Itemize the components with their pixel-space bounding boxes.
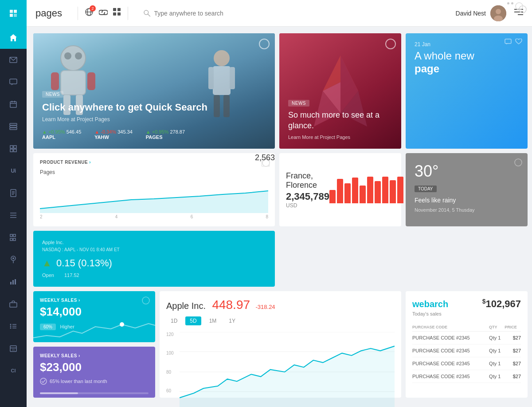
stock-green-exchange: NASDAQ : AAPL - NOV 01 8:40 AM ET [42, 247, 266, 252]
news-card-title: So much more to see at a glance. [288, 110, 392, 131]
sidebar-item-briefcase[interactable] [0, 293, 27, 315]
sidebar-item-grid[interactable] [0, 226, 27, 249]
news-card-link[interactable]: Learn More at Project Pages [288, 134, 392, 140]
purchase-row-3: PURCHASE CODE #2345 Qty 1 $27 [412, 357, 521, 370]
sidebar-item-mail[interactable] [0, 49, 27, 71]
bar-5 [360, 186, 366, 203]
stock-aapl-symbol: AAPL [42, 134, 55, 140]
svg-rect-28 [13, 238, 16, 241]
sidebar-item-calendar[interactable] [0, 93, 27, 115]
svg-rect-33 [15, 279, 16, 285]
stock-change-value: 0.15 (0.13%) [56, 257, 112, 269]
sidebar-item-cl[interactable]: Cl [0, 360, 27, 382]
svg-rect-25 [10, 234, 12, 237]
svg-rect-13 [10, 128, 17, 130]
purchase-table: PURCHASE CODE QTY PRICE PURCHASE CODE #2… [412, 323, 521, 383]
main-area: pages 2 David Nest [27, 0, 532, 407]
stock-pages: ▲ +0.95% 278.87 PAGES [146, 129, 185, 140]
sidebar-item-home[interactable] [0, 27, 27, 49]
france-info: France, Florence 2,345,789 USD [286, 171, 329, 209]
svg-rect-63 [51, 72, 59, 90]
header-divider-2 [128, 7, 128, 20]
hero-select-circle[interactable] [259, 39, 270, 49]
tab-1d[interactable]: 1D [166, 316, 182, 325]
weekly-purple-amount: $23,000 [40, 360, 149, 374]
search-icon [144, 10, 150, 17]
stock-yahw-symbol: YAHW [94, 134, 109, 140]
sidebar-item-docs[interactable] [0, 182, 27, 204]
purchase-code-1: PURCHASE CODE #2345 [412, 332, 489, 344]
svg-rect-34 [10, 303, 17, 307]
svg-rect-11 [10, 123, 17, 125]
bar-1 [329, 190, 336, 203]
weekly-purple-desc: 65% lower than last month [50, 379, 107, 384]
hero-title: Click anywhere to get Quick Search [42, 101, 266, 114]
svg-rect-17 [14, 149, 16, 152]
apple-chart-header: Apple Inc. 448.97 -318.24 [166, 298, 395, 312]
revenue-chart [40, 178, 268, 213]
svg-rect-2 [10, 14, 13, 17]
purchase-code-3: PURCHASE CODE #2345 [412, 357, 489, 370]
bar-3 [344, 183, 351, 203]
svg-line-52 [148, 14, 150, 16]
bar-9 [390, 180, 396, 203]
grid-top-row: NEWS Click anywhere to get Quick Search … [33, 33, 525, 149]
weekly-purple-title: WEEKLY SALES › [40, 353, 149, 358]
blue-card-title: A whole new page [415, 50, 519, 75]
apps-icon[interactable] [113, 8, 121, 18]
sidebar-item-ui[interactable]: Ui [0, 160, 27, 182]
sidebar-item-location[interactable] [0, 249, 27, 271]
france-currency: USD [286, 202, 329, 209]
tab-1y[interactable]: 1Y [224, 316, 240, 325]
purchase-code-2: PURCHASE CODE #2345 [412, 344, 489, 357]
france-location: France, Florence [286, 171, 329, 190]
stock-pages-value: 278.87 [170, 129, 185, 134]
weather-temp: 30° [415, 162, 519, 181]
weekly-teal-circle[interactable] [142, 296, 150, 306]
svg-point-82 [142, 297, 149, 304]
bar-4 [352, 178, 358, 203]
svg-point-59 [61, 46, 86, 71]
revenue-x-labels: 2 4 6 8 [40, 214, 268, 219]
apple-chart-price: 448.97 [212, 298, 250, 312]
sidebar-item-table[interactable] [0, 138, 27, 160]
sidebar-item-chat[interactable] [0, 71, 27, 93]
tab-5d[interactable]: 5D [185, 316, 201, 325]
y-label-100: 100 [166, 351, 176, 356]
apple-chart-card: Apple Inc. 448.97 -318.24 1D 5D 1M 1Y [160, 291, 401, 398]
blue-card: 21 Jan A whole new page [406, 33, 528, 149]
sidebar-item-layers[interactable] [0, 115, 27, 138]
svg-rect-64 [87, 72, 95, 90]
tab-1m[interactable]: 1M [205, 316, 221, 325]
revenue-chart-label: Pages [40, 169, 55, 175]
sidebar: Ui 31 Cl [0, 0, 27, 407]
purchase-code-4: PURCHASE CODE #2345 [412, 370, 489, 383]
bar-6 [367, 177, 373, 203]
sidebar-item-list[interactable] [0, 204, 27, 226]
svg-point-60 [64, 52, 71, 59]
sidebar-item-chart[interactable] [0, 271, 27, 293]
bar-7 [375, 181, 381, 203]
link-icon[interactable] [99, 8, 108, 18]
y-label-80: 80 [166, 370, 176, 375]
webarch-header: webarch $102,967 [412, 298, 521, 310]
weather-card: 30° TODAY Feels like rainy November 2014… [406, 153, 528, 226]
purchase-qty-1: Qty 1 [489, 332, 505, 344]
svg-rect-50 [117, 12, 121, 16]
sidebar-item-calendar2[interactable]: 31 [0, 337, 27, 360]
search-input[interactable] [154, 10, 446, 17]
svg-rect-14 [10, 146, 13, 148]
grid-bottom-row: WEEKLY SALES › $14,000 60% Higher Apple … [33, 291, 525, 398]
revenue-card: PRODUCT REVENUE › Pages 2,563 2 [33, 153, 275, 226]
notification-badge: 2 [90, 5, 96, 12]
purchase-qty-3: Qty 1 [489, 357, 505, 370]
sidebar-item-list2[interactable] [0, 315, 27, 337]
weather-circle-btn[interactable] [514, 158, 522, 168]
svg-point-35 [10, 324, 12, 325]
globe-icon[interactable]: 2 [85, 8, 94, 19]
france-bar-chart [329, 177, 403, 203]
stock-open: Open 117.52 [42, 273, 266, 278]
svg-point-81 [515, 159, 522, 166]
news-select-circle[interactable] [385, 39, 396, 49]
purchase-table-header: PURCHASE CODE QTY PRICE [412, 323, 521, 332]
